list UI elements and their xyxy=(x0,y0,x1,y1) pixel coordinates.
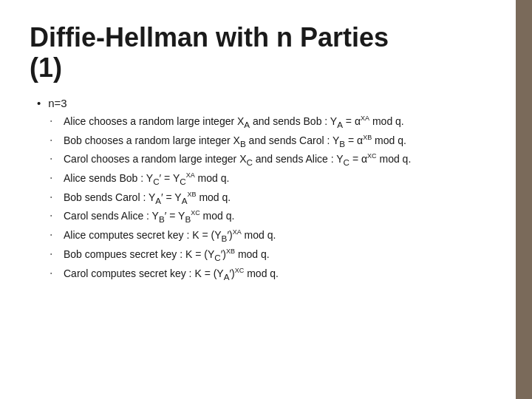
sub-bullet-text-4: Alice sends Bob : YC′ = YCXA mod q. xyxy=(64,171,502,188)
sub-bullet-marker: • xyxy=(50,250,59,258)
slide-title: Diffie-Hellman with n Parties (1) xyxy=(30,22,502,83)
sub-bullet-text-1: Alice chooses a random large integer XA … xyxy=(64,114,502,132)
sub-bullet-marker: • xyxy=(50,231,59,239)
sub-bullet-text-9: Carol computes secret key : K = (YA′)XC … xyxy=(64,266,502,284)
sub-bullet-marker: • xyxy=(50,270,59,277)
sub-bullet-item-6: •Carol sends Alice : YB′ = YBXC mod q. xyxy=(50,208,502,226)
sub-bullet-item-7: •Alice computes secret key : K = (YB′)XA… xyxy=(50,228,502,245)
sub-bullet-item-1: •Alice chooses a random large integer XA… xyxy=(50,114,502,132)
right-sidebar-bar xyxy=(516,0,532,399)
sub-bullet-marker: • xyxy=(50,174,59,182)
main-bullet-n3: • n=3 xyxy=(30,97,502,109)
sub-bullets-list: •Alice chooses a random large integer XA… xyxy=(30,114,502,283)
sub-bullet-text-2: Bob chooses a random large integer XB an… xyxy=(64,133,502,151)
sub-bullet-text-3: Carol chooses a random large integer XC … xyxy=(64,151,502,169)
sub-bullet-marker: • xyxy=(50,212,59,219)
main-bullet-label: n=3 xyxy=(48,97,66,109)
main-bullet-marker: • xyxy=(37,97,41,109)
sub-bullet-text-6: Carol sends Alice : YB′ = YBXC mod q. xyxy=(64,208,502,226)
sub-bullet-item-5: •Bob sends Carol : YA′ = YAXB mod q. xyxy=(50,190,502,208)
sub-bullet-marker: • xyxy=(50,137,59,144)
sub-bullet-text-7: Alice computes secret key : K = (YB′)XA … xyxy=(64,228,502,245)
sub-bullet-item-9: •Carol computes secret key : K = (YA′)XC… xyxy=(50,266,502,284)
sub-bullet-item-8: •Bob compues secret key : K = (YC′)XB mo… xyxy=(50,247,502,265)
sub-bullet-marker: • xyxy=(50,155,59,163)
sub-bullet-marker: • xyxy=(50,194,59,201)
sub-bullet-item-3: •Carol chooses a random large integer XC… xyxy=(50,151,502,169)
sub-bullet-item-4: •Alice sends Bob : YC′ = YCXA mod q. xyxy=(50,171,502,188)
sub-bullet-item-2: •Bob chooses a random large integer XB a… xyxy=(50,133,502,151)
sub-bullet-text-5: Bob sends Carol : YA′ = YAXB mod q. xyxy=(64,190,502,208)
sub-bullet-text-8: Bob compues secret key : K = (YC′)XB mod… xyxy=(64,247,502,265)
sub-bullet-marker: • xyxy=(50,117,59,125)
